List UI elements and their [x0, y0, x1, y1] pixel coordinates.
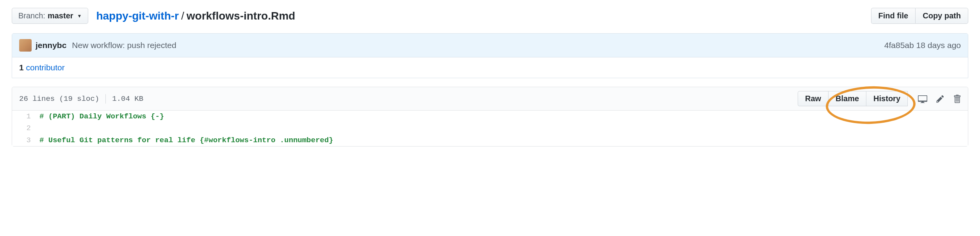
code-line: 3 # Useful Git patterns for real life {#…	[12, 134, 968, 146]
code-area: 1 # (PART) Daily Workflows {-} 2 3 # Use…	[12, 111, 968, 146]
branch-selector[interactable]: Branch: master ▼	[12, 8, 88, 24]
file-name: workflows-intro.Rmd	[187, 10, 295, 22]
contributor-count: 1	[19, 63, 24, 72]
line-number[interactable]: 2	[12, 122, 39, 134]
commit-message[interactable]: New workflow: push rejected	[72, 41, 176, 50]
line-content: # (PART) Daily Workflows {-}	[39, 111, 164, 122]
commit-time: 18 days ago	[916, 41, 961, 50]
repo-link[interactable]: happy-git-with-r	[96, 10, 179, 22]
file-size: 1.04 KB	[112, 95, 143, 103]
line-content: # Useful Git patterns for real life {#wo…	[39, 134, 333, 146]
trash-icon[interactable]	[953, 94, 961, 104]
commit-author[interactable]: jennybc	[36, 41, 66, 50]
breadcrumb-separator: /	[181, 10, 184, 22]
find-file-button[interactable]: Find file	[871, 8, 916, 24]
copy-path-button[interactable]: Copy path	[915, 8, 968, 24]
line-number[interactable]: 3	[12, 134, 39, 146]
contributors-row[interactable]: 1 contributor	[12, 57, 968, 78]
caret-down-icon: ▼	[77, 13, 82, 19]
desktop-icon[interactable]	[918, 94, 927, 104]
file-header: 26 lines (19 sloc) 1.04 KB Raw Blame His…	[12, 87, 968, 111]
pencil-icon[interactable]	[936, 95, 944, 103]
file-lines: 26 lines (19 sloc)	[19, 95, 99, 103]
commit-sha[interactable]: 4fa85ab	[884, 41, 914, 50]
raw-button[interactable]: Raw	[798, 91, 828, 106]
divider	[105, 94, 106, 104]
breadcrumb: happy-git-with-r / workflows-intro.Rmd	[96, 10, 295, 22]
branch-name: master	[48, 11, 73, 20]
history-button[interactable]: History	[866, 91, 908, 106]
latest-commit-row: jennybc New workflow: push rejected 4fa8…	[12, 34, 968, 57]
code-line: 1 # (PART) Daily Workflows {-}	[12, 111, 968, 122]
contributor-text: contributor	[26, 63, 65, 72]
line-number[interactable]: 1	[12, 111, 39, 122]
blame-button[interactable]: Blame	[828, 91, 866, 106]
avatar[interactable]	[19, 39, 32, 52]
branch-label: Branch:	[18, 11, 45, 20]
code-line: 2	[12, 122, 968, 134]
